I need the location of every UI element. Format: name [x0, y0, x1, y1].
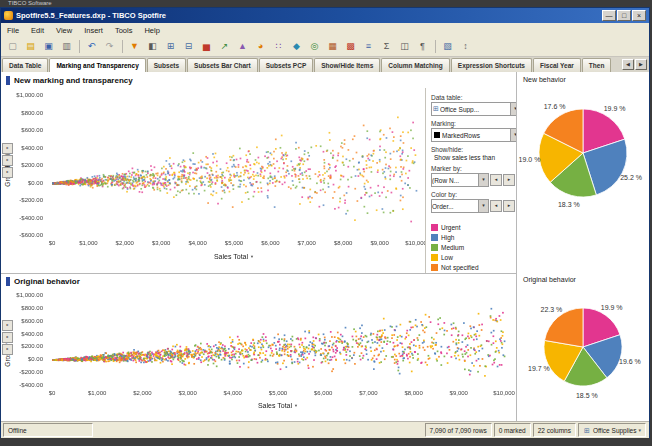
tab-subsets[interactable]: Subsets: [147, 58, 186, 72]
open-file-icon[interactable]: ▤: [22, 38, 39, 55]
tab-then[interactable]: Then: [582, 58, 612, 72]
show-hide-rule[interactable]: Show sales less than: [434, 154, 521, 161]
y-axis-tick-label: $200.00: [9, 162, 43, 168]
line-chart-icon[interactable]: ↗: [216, 38, 233, 55]
axis-settings-button[interactable]: ▸: [2, 143, 13, 154]
legend-item-high[interactable]: High: [431, 232, 521, 242]
tab-show-hide-items[interactable]: Show/Hide Items: [314, 58, 380, 72]
x-axis-selector-label: Sales Total: [214, 253, 248, 260]
axis-settings-button[interactable]: ▸: [2, 332, 13, 343]
status-active-table[interactable]: ⊞ Office Supplies ▾: [578, 423, 646, 437]
menu-bar: FileEditViewInsertToolsHelp: [1, 23, 649, 38]
map-chart-icon[interactable]: ◎: [306, 38, 323, 55]
x-axis-selector[interactable]: Sales Total ▼: [47, 251, 421, 262]
pie-slice-percentage: 22.3 %: [541, 306, 563, 313]
x-axis-tick-label: $3,000: [145, 240, 177, 246]
tab-subsets-pcp[interactable]: Subsets PCP: [259, 58, 313, 72]
color-by-select[interactable]: Order... ▾: [431, 199, 489, 213]
x-axis-tick-label: $0: [36, 390, 68, 396]
summary-table-icon[interactable]: Σ: [378, 38, 395, 55]
axis-settings-button[interactable]: ▸: [2, 344, 13, 355]
menu-edit[interactable]: Edit: [25, 24, 50, 37]
legend-color-swatch: [431, 264, 438, 271]
pie-slice-percentage: 19.0 %: [519, 156, 541, 163]
y-axis-tick-label: $400.00: [9, 145, 43, 151]
content-area: New marking and transparency Gross Profi…: [1, 72, 649, 421]
marking-select[interactable]: MarkedRows ▾: [431, 128, 521, 142]
legend-item-low[interactable]: Low: [431, 252, 521, 262]
tab-scroll-left-icon[interactable]: ◀: [622, 59, 634, 70]
status-row-count: 7,090 of 7,090 rows: [425, 423, 492, 437]
scatter-canvas-new[interactable]: [47, 92, 421, 238]
menu-insert[interactable]: Insert: [78, 24, 109, 37]
zoom-sliders-icon[interactable]: ↕: [457, 38, 474, 55]
marker-by-next-button[interactable]: ▸: [503, 174, 515, 186]
undo-icon[interactable]: ↶: [83, 38, 100, 55]
maximize-button[interactable]: □: [617, 10, 631, 21]
data-table-select[interactable]: ⊞ Office Supp... ▾: [431, 102, 521, 116]
tab-data-table[interactable]: Data Table: [2, 58, 48, 72]
menu-help[interactable]: Help: [138, 24, 165, 37]
pie-chart-original-behavior[interactable]: 19.9 %19.6 %18.5 %19.7 %22.3 %: [523, 287, 643, 407]
legend-item-not-specified[interactable]: Not specified: [431, 262, 521, 272]
parallel-coordinates-icon[interactable]: ≡: [360, 38, 377, 55]
x-axis-tick-label: $9,000: [443, 390, 475, 396]
marker-by-previous-button[interactable]: ◂: [490, 174, 502, 186]
print-icon[interactable]: ▥: [58, 38, 75, 55]
marker-by-select[interactable]: (Row N... ▾: [431, 173, 489, 187]
color-by-next-button[interactable]: ▸: [503, 200, 515, 212]
heat-map-icon[interactable]: ▩: [342, 38, 359, 55]
close-button[interactable]: ×: [632, 10, 646, 21]
y-axis-tick-label: -$400.00: [9, 382, 43, 388]
scatter-canvas-original[interactable]: [47, 292, 509, 388]
pie-chart-new-behavior[interactable]: 19.9 %25.2 %18.3 %19.0 %17.6 %: [517, 87, 649, 219]
pie-title-original-behavior: Original behavior: [523, 276, 576, 283]
axis-settings-button[interactable]: ▸: [2, 167, 13, 178]
new-file-icon[interactable]: ▢: [4, 38, 21, 55]
app-icon: [4, 11, 13, 20]
table-icon[interactable]: ⊞: [162, 38, 179, 55]
menu-tools[interactable]: Tools: [109, 24, 139, 37]
x-axis-selector[interactable]: Sales Total ▼: [47, 400, 509, 411]
tab-column-matching[interactable]: Column Matching: [381, 58, 450, 72]
treemap-icon[interactable]: ▦: [324, 38, 341, 55]
save-icon[interactable]: ▣: [40, 38, 57, 55]
scatter-plot-icon[interactable]: ∷: [270, 38, 287, 55]
minimize-button[interactable]: —: [602, 10, 616, 21]
combination-chart-icon[interactable]: ▲: [234, 38, 251, 55]
pie-chart-icon[interactable]: ◕: [252, 38, 269, 55]
text-area-icon[interactable]: ¶: [414, 38, 431, 55]
tab-scroll-right-icon[interactable]: ▶: [635, 59, 647, 70]
x-axis-tick-label: $1,000: [72, 240, 104, 246]
status-marked-count: 0 marked: [494, 423, 531, 437]
title-bar[interactable]: Spotfire5.5_Features.dxp - TIBCO Spotfir…: [1, 8, 649, 23]
legend-color-swatch: [431, 244, 438, 251]
3d-scatter-icon[interactable]: ◆: [288, 38, 305, 55]
axis-settings-button[interactable]: ▸: [2, 155, 13, 166]
status-bar: Offline 7,090 of 7,090 rows 0 marked 22 …: [1, 421, 649, 438]
cross-table-icon[interactable]: ⊟: [180, 38, 197, 55]
legend-item-medium[interactable]: Medium: [431, 242, 521, 252]
redo-icon[interactable]: ↷: [101, 38, 118, 55]
color-by-previous-button[interactable]: ◂: [490, 200, 502, 212]
x-axis-tick-label: $8,000: [398, 390, 430, 396]
menu-view[interactable]: View: [50, 24, 78, 37]
y-axis-tick-label: $0.00: [9, 180, 43, 186]
tab-expression-shortcuts[interactable]: Expression Shortcuts: [451, 58, 532, 72]
legend-item-urgent[interactable]: Urgent: [431, 222, 521, 232]
tag-icon[interactable]: ◧: [144, 38, 161, 55]
x-axis-tick-label: $4,000: [182, 240, 214, 246]
axis-settings-button[interactable]: ▸: [2, 320, 13, 331]
x-axis-tick-label: $6,000: [254, 240, 286, 246]
bar-chart-icon[interactable]: ▅: [198, 38, 215, 55]
tab-fiscal-year[interactable]: Fiscal Year: [533, 58, 581, 72]
box-plot-icon[interactable]: ◫: [396, 38, 413, 55]
tab-subsets-bar-chart[interactable]: Subsets Bar Chart: [187, 58, 258, 72]
menu-file[interactable]: File: [1, 24, 25, 37]
y-axis-tick-label: -$400.00: [9, 215, 43, 221]
filters-icon[interactable]: ▼: [126, 38, 143, 55]
details-visualization-icon[interactable]: ▧: [439, 38, 456, 55]
pie-slice-not-specified[interactable]: [545, 308, 583, 347]
y-axis-tick-label: $600.00: [9, 318, 43, 324]
tab-marking-and-transparency[interactable]: Marking and Transparency: [49, 58, 145, 72]
